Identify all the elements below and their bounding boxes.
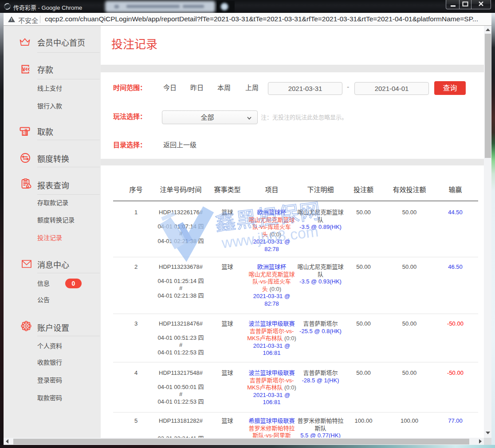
svg-text:¥: ¥ — [22, 67, 25, 73]
svg-text:¥: ¥ — [28, 185, 29, 188]
